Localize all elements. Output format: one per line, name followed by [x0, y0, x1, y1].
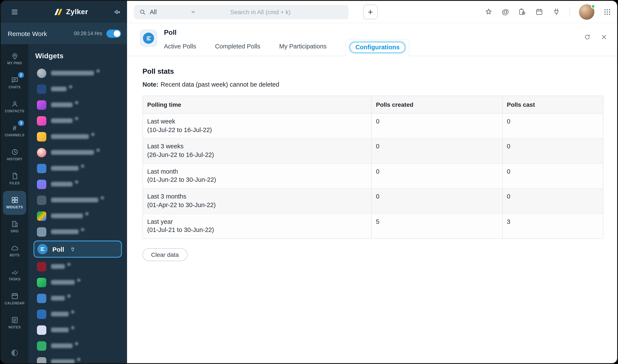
bot-cloud-icon	[11, 244, 19, 252]
sidebar-item-org[interactable]: ORG	[3, 215, 26, 239]
tab-completed-polls[interactable]: Completed Polls	[215, 43, 260, 56]
widget-list-item[interactable]	[33, 160, 122, 176]
polls-created-value: 5	[371, 213, 502, 239]
stats-title: Poll stats	[142, 67, 601, 76]
search-scope-value: All	[150, 8, 157, 15]
sidebar-item-bots[interactable]: BOTS	[3, 239, 26, 263]
rail-label: BOTS	[10, 254, 20, 258]
period: Last 3 weeks	[147, 143, 183, 150]
rail-label: CALENDAR	[5, 302, 25, 306]
sidebar-item-chats[interactable]: 2 CHATS	[3, 71, 26, 95]
widget-icon	[37, 132, 46, 141]
search-icon	[139, 8, 146, 15]
widget-list-item[interactable]	[33, 192, 122, 208]
user-avatar[interactable]	[579, 4, 594, 20]
polls-created-value: 0	[371, 113, 502, 139]
search-placeholder: Search in All (cmd + k)	[194, 8, 327, 15]
tab-my-participations[interactable]: My Participations	[279, 43, 327, 56]
integrations-plug-icon[interactable]	[552, 8, 561, 16]
hamburger-menu-icon[interactable]	[1, 8, 28, 16]
rail-label: MY PINS	[7, 62, 22, 65]
period-range: (26-Jun-22 to 16-Jul-22)	[147, 151, 367, 159]
tab-configurations[interactable]: Configurations	[345, 39, 410, 56]
widget-list-item[interactable]	[33, 144, 122, 160]
chat-icon	[11, 76, 19, 84]
tab-configurations-label: Configurations	[349, 42, 406, 53]
widget-list-item[interactable]	[33, 176, 122, 192]
redacted-widget-name	[51, 134, 89, 139]
period: Last week	[147, 118, 175, 125]
apps-grid-icon[interactable]	[604, 8, 611, 16]
close-button[interactable]	[600, 33, 608, 56]
redacted-widget-name	[51, 359, 75, 363]
mute-speaker-icon[interactable]	[114, 8, 122, 16]
sidebar: Zylker Remote Work 00:28:14 Hrs MY PINS …	[1, 1, 127, 363]
widget-list-item[interactable]	[33, 338, 122, 354]
widget-list-item[interactable]	[33, 274, 122, 290]
redacted-widget-name	[51, 312, 69, 316]
sidebar-item-widgets[interactable]: WIDGETS	[3, 191, 26, 215]
widget-list-item[interactable]	[33, 290, 122, 306]
search-input[interactable]: All Search in All (cmd + k)	[134, 4, 348, 19]
period-range: (01-Jul-21 to 30-Jun-22)	[147, 226, 367, 234]
search-scope-dropdown[interactable]: All	[139, 8, 196, 15]
refresh-button[interactable]	[584, 33, 591, 56]
widget-list-item[interactable]	[33, 113, 122, 129]
table-row: Last year(01-Jul-21 to 30-Jun-22) 5 3	[143, 213, 603, 239]
app-window: Zylker Remote Work 00:28:14 Hrs MY PINS …	[0, 0, 618, 364]
widget-list-item[interactable]	[33, 208, 122, 224]
zylker-logo-icon	[54, 8, 63, 16]
mentions-at-icon[interactable]: @	[502, 8, 509, 16]
sidebar-item-tasks[interactable]: TASKS	[3, 263, 26, 287]
sidebar-item-calendar[interactable]: CALENDAR	[3, 287, 26, 311]
widget-list-item[interactable]	[33, 97, 122, 113]
poll-app-icon	[140, 30, 157, 47]
widget-list-item[interactable]	[33, 322, 122, 338]
main-area: All Search in All (cmd + k) + @	[127, 1, 617, 363]
widgets-grid-icon	[11, 196, 19, 204]
file-icon	[11, 172, 19, 180]
sidebar-item-files[interactable]: FILES	[3, 167, 26, 191]
widget-list-item[interactable]	[33, 224, 122, 240]
widget-icon	[37, 148, 46, 157]
rail-label: CHATS	[9, 86, 21, 90]
calendar-icon[interactable]	[535, 8, 543, 16]
reminders-clipboard-icon[interactable]	[518, 8, 526, 16]
calendar-icon	[11, 292, 19, 300]
clear-data-button[interactable]: Clear data	[142, 248, 187, 261]
chats-unread-badge: 2	[18, 72, 24, 78]
tasks-check-icon	[11, 268, 19, 276]
table-row: Last week(10-Jul-22 to 16-Jul-22) 0 0	[143, 113, 603, 139]
widget-list-item-poll[interactable]: Poll	[33, 241, 122, 258]
workspace-toggle[interactable]	[106, 29, 121, 38]
polls-cast-value: 0	[502, 164, 603, 189]
tab-active-polls[interactable]: Active Polls	[164, 43, 196, 56]
period: Last year	[147, 218, 173, 225]
widget-list-item[interactable]	[33, 65, 122, 81]
period: Last 3 months	[147, 193, 186, 200]
rail-label: TASKS	[9, 278, 20, 282]
rail-label: ORG	[11, 230, 19, 234]
sidebar-item-channels[interactable]: 3 # CHANNELS	[3, 119, 26, 143]
theme-toggle-icon[interactable]	[10, 349, 19, 357]
redacted-widget-name	[51, 118, 72, 123]
rail-label: CONTACTS	[5, 110, 25, 114]
widget-icon	[37, 227, 46, 236]
widget-list-item[interactable]	[33, 354, 122, 363]
sidebar-item-history[interactable]: HISTORY	[3, 143, 26, 167]
favorites-star-icon[interactable]	[485, 8, 493, 16]
widget-list-item[interactable]	[33, 306, 122, 322]
widget-list-item[interactable]	[33, 129, 122, 144]
sidebar-item-contacts[interactable]: CONTACTS	[3, 95, 26, 119]
brand-name: Zylker	[66, 8, 88, 16]
poll-tabs: Active Polls Completed Polls My Particip…	[164, 39, 410, 56]
sidebar-item-my-pins[interactable]: MY PINS	[3, 47, 26, 71]
redacted-widget-name	[51, 166, 79, 171]
sidebar-item-notes[interactable]: NOTES	[3, 311, 26, 335]
widget-list-item[interactable]	[33, 81, 122, 97]
widget-icon	[37, 100, 46, 110]
table-row: Last 3 weeks(26-Jun-22 to 16-Jul-22) 0 0	[143, 139, 603, 164]
add-button[interactable]: +	[363, 4, 378, 19]
sidebar-topbar: Zylker	[1, 1, 127, 23]
widget-list-item[interactable]	[33, 259, 122, 274]
